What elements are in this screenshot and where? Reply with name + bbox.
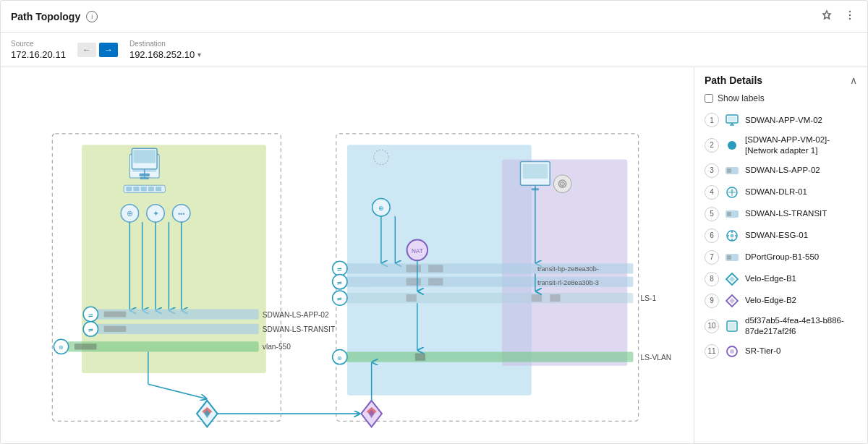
collapse-button[interactable]: ∧ <box>850 74 857 86</box>
svg-point-1 <box>849 14 851 15</box>
path-item-label: [SDWAN-APP-VM-02]-[Network adapter 1] <box>745 135 857 156</box>
panel-title: Path Details <box>705 74 762 86</box>
dest-value: 192.168.252.10 <box>129 49 195 60</box>
controls-bar: Source 172.16.20.11 ← → Destination 192.… <box>1 33 867 67</box>
header-left: Path Topology i <box>11 11 98 22</box>
path-item-num: 8 <box>705 272 719 286</box>
path-item-label: SR-Tier-0 <box>745 346 780 357</box>
path-item-icon <box>725 138 739 153</box>
more-button[interactable] <box>843 8 857 25</box>
svg-rect-71 <box>407 278 421 286</box>
source-value: 172.16.20.11 <box>11 49 66 60</box>
svg-rect-79 <box>407 294 417 302</box>
svg-rect-124 <box>728 323 736 330</box>
svg-text:LS-VLAN: LS-VLAN <box>641 354 671 362</box>
path-item-icon <box>725 163 739 178</box>
svg-rect-19 <box>156 187 161 191</box>
path-item-icon <box>725 207 739 221</box>
chevron-down-icon: ▾ <box>197 51 201 59</box>
svg-rect-11 <box>133 150 156 163</box>
page-title: Path Topology <box>11 11 80 22</box>
svg-text:⇌: ⇌ <box>88 327 93 333</box>
path-item: 10 d5f37ab5-4fea-4e13-b886-87de217af2f6 <box>700 312 861 341</box>
svg-rect-72 <box>428 278 443 286</box>
svg-marker-122 <box>729 298 735 304</box>
svg-rect-100 <box>728 116 736 121</box>
path-item-icon <box>725 294 739 308</box>
show-labels-checkbox[interactable] <box>705 94 713 103</box>
path-item-num: 2 <box>705 138 719 153</box>
svg-rect-13 <box>140 174 150 176</box>
dest-group: Destination 192.168.252.10 ▾ <box>129 40 201 60</box>
path-item: 2 [SDWAN-APP-VM-02]-[Network adapter 1] <box>700 131 861 160</box>
svg-rect-53 <box>523 164 548 179</box>
path-item-num: 1 <box>705 113 719 127</box>
path-item-num: 3 <box>705 163 719 178</box>
svg-line-96 <box>148 384 208 398</box>
path-item-label: SDWAN-DLR-01 <box>745 187 807 197</box>
header: Path Topology i <box>1 1 867 33</box>
svg-rect-35 <box>104 326 127 332</box>
info-icon[interactable]: i <box>86 11 98 22</box>
svg-rect-16 <box>133 187 139 191</box>
svg-rect-18 <box>148 187 154 191</box>
svg-marker-120 <box>729 276 735 282</box>
svg-text:LS-1: LS-1 <box>641 294 657 302</box>
topology-svg: ⊕ ✦ ••• SDWAN-LS-APP-02 SDWAN- <box>1 67 694 443</box>
svg-text:⊛: ⊛ <box>337 355 342 362</box>
svg-rect-88 <box>415 354 425 361</box>
path-item-num: 4 <box>705 185 719 200</box>
pin-button[interactable] <box>820 8 834 25</box>
path-item-num: 5 <box>705 207 719 221</box>
path-item-label: SDWAN-LS-APP-02 <box>745 165 820 176</box>
svg-text:⊕: ⊕ <box>378 205 384 212</box>
svg-text:⇌: ⇌ <box>88 312 93 319</box>
svg-rect-80 <box>532 294 542 302</box>
svg-text:NAT: NAT <box>412 248 423 255</box>
svg-rect-15 <box>126 187 132 191</box>
path-item: 1 SDWAN-APP-VM-02 <box>700 109 861 131</box>
svg-text:⇌: ⇌ <box>337 266 342 273</box>
show-labels-text: Show labels <box>718 93 765 103</box>
path-item-icon <box>725 185 739 200</box>
svg-rect-118 <box>727 255 731 260</box>
svg-text:•••: ••• <box>178 210 185 218</box>
topology-area: ⊕ ✦ ••• SDWAN-LS-APP-02 SDWAN- <box>1 67 694 443</box>
main-container: Path Topology i Source 172.16.20.11 ← → … <box>0 0 868 444</box>
svg-text:⇌: ⇌ <box>337 296 342 302</box>
dest-select[interactable]: 192.168.252.10 ▾ <box>129 49 201 60</box>
path-item-icon <box>725 229 739 243</box>
svg-text:⇌: ⇌ <box>337 280 342 286</box>
path-item-icon <box>725 250 739 265</box>
path-item-num: 7 <box>705 250 719 265</box>
arrow-left-button[interactable]: ← <box>77 43 96 57</box>
right-panel: Path Details ∧ Show labels 1 SDWAN-APP-V… <box>694 67 867 443</box>
svg-text:transit-bp-2e8ea30b-: transit-bp-2e8ea30b- <box>537 265 599 273</box>
svg-text:⚙: ⚙ <box>559 180 566 188</box>
svg-rect-87 <box>346 352 633 362</box>
arrow-buttons: ← → <box>77 43 118 57</box>
path-item-icon <box>725 344 739 359</box>
svg-rect-4 <box>82 145 266 373</box>
path-item-label: SDWAN-ESG-01 <box>745 230 808 241</box>
svg-rect-68 <box>428 265 443 272</box>
show-labels-row: Show labels <box>694 90 867 109</box>
path-item-num: 9 <box>705 294 719 308</box>
svg-rect-105 <box>727 168 731 173</box>
svg-text:✦: ✦ <box>153 209 159 218</box>
svg-text:SDWAN-LS-TRANSIT: SDWAN-LS-TRANSIT <box>263 325 335 333</box>
svg-rect-110 <box>727 212 731 216</box>
path-item-num: 11 <box>705 344 719 359</box>
path-item: 4 SDWAN-DLR-01 <box>700 182 861 203</box>
svg-point-2 <box>849 17 851 19</box>
panel-header: Path Details ∧ <box>694 67 867 90</box>
svg-text:vlan-550: vlan-550 <box>263 343 291 351</box>
svg-point-126 <box>730 349 734 354</box>
source-label: Source <box>11 40 66 48</box>
path-item: 9 Velo-Edge-B2 <box>700 290 861 312</box>
svg-text:⊕: ⊕ <box>127 209 133 218</box>
header-actions <box>820 8 857 25</box>
path-item: 7 DPortGroup-B1-550 <box>700 247 861 268</box>
arrow-right-button[interactable]: → <box>99 43 118 57</box>
path-item-label: SDWAN-LS-TRANSIT <box>745 208 827 219</box>
